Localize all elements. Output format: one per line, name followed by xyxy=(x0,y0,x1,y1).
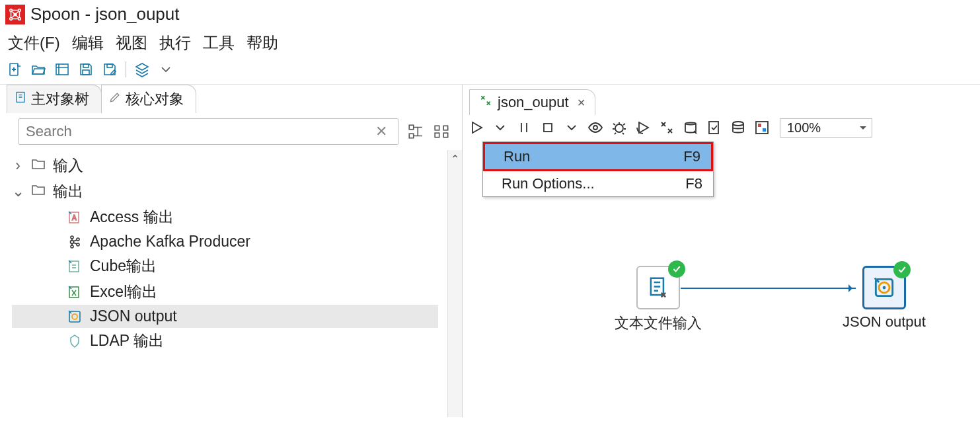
impact-icon[interactable] xyxy=(657,118,677,138)
svg-rect-8 xyxy=(83,70,89,75)
preview-icon[interactable] xyxy=(585,118,605,138)
svg-rect-13 xyxy=(435,126,439,130)
new-file-icon[interactable] xyxy=(5,60,24,79)
tree-label: LDAP 输出 xyxy=(90,331,164,351)
tree-item-access[interactable]: A Access 输出 xyxy=(12,204,455,230)
database-icon[interactable] xyxy=(728,118,748,138)
access-icon: A xyxy=(66,209,83,226)
tree-label: Access 输出 xyxy=(90,207,174,227)
document-icon xyxy=(14,91,27,108)
dropdown-run-options[interactable]: Run Options... F8 xyxy=(483,171,713,196)
zoom-value: 100% xyxy=(787,120,821,136)
explore-icon[interactable] xyxy=(53,60,71,79)
pause-icon[interactable] xyxy=(514,118,534,138)
kafka-icon xyxy=(66,233,83,251)
menu-help[interactable]: 帮助 xyxy=(246,32,278,54)
tree-item-excel[interactable]: Excel输出 xyxy=(12,279,455,305)
search-input[interactable] xyxy=(26,123,371,140)
dd-label: Run xyxy=(504,148,530,165)
save-as-icon[interactable] xyxy=(100,60,119,79)
tree-node-input[interactable]: › 输入 xyxy=(12,153,455,179)
svg-rect-15 xyxy=(443,126,448,130)
stop-dropdown-icon[interactable] xyxy=(562,118,582,138)
replay-icon[interactable] xyxy=(633,118,653,138)
svg-rect-12 xyxy=(409,134,414,138)
tree-item-json[interactable]: JSON output xyxy=(12,305,438,328)
dropdown-run[interactable]: Run F9 xyxy=(483,142,713,171)
chevron-right-icon[interactable]: › xyxy=(12,157,24,175)
run-icon[interactable] xyxy=(467,118,486,138)
menu-file[interactable]: 文件(F) xyxy=(8,32,60,54)
hop-arrow[interactable] xyxy=(681,288,856,289)
tree-node-output[interactable]: ⌄ 输出 xyxy=(12,179,455,204)
step-box[interactable] xyxy=(862,266,906,309)
tab-main-tree[interactable]: 主对象树 xyxy=(7,85,102,113)
toolbar-divider xyxy=(126,61,126,77)
tree-item-kafka[interactable]: Apache Kafka Producer xyxy=(12,230,455,253)
menu-edit[interactable]: 编辑 xyxy=(72,32,104,54)
step-label: JSON output xyxy=(843,313,926,331)
svg-rect-7 xyxy=(83,64,89,67)
tree-item-ldap[interactable]: LDAP 输出 xyxy=(12,328,455,354)
analyze-icon[interactable] xyxy=(752,118,772,138)
dropdown-arrow-icon[interactable] xyxy=(157,60,175,79)
app-icon xyxy=(5,5,25,24)
svg-rect-34 xyxy=(758,124,761,127)
debug-icon[interactable] xyxy=(609,118,629,138)
menu-tools[interactable]: 工具 xyxy=(203,32,235,54)
menu-view[interactable]: 视图 xyxy=(116,32,147,54)
right-panel: json_ouput ✕ 100% Run F9 xyxy=(463,85,980,417)
svg-point-3 xyxy=(19,17,21,20)
svg-rect-6 xyxy=(56,64,68,75)
menu-run[interactable]: 执行 xyxy=(159,32,191,54)
svg-rect-16 xyxy=(443,133,448,138)
svg-point-23 xyxy=(77,243,79,246)
folder-icon xyxy=(30,156,46,176)
search-row: ✕ xyxy=(0,113,462,150)
svg-point-30 xyxy=(615,124,623,132)
svg-rect-35 xyxy=(763,128,766,132)
search-box[interactable]: ✕ xyxy=(19,118,398,145)
tab-core-objects[interactable]: 核心对象 xyxy=(101,85,196,113)
sql-icon[interactable] xyxy=(681,118,700,138)
main-area: 主对象树 核心对象 ✕ › 输入 ⌄ 输出 xyxy=(0,84,980,417)
tree-label: Apache Kafka Producer xyxy=(90,233,250,251)
svg-point-22 xyxy=(77,238,79,241)
open-file-icon[interactable] xyxy=(29,60,48,79)
canvas-step-json-output[interactable]: JSON output xyxy=(843,266,926,331)
svg-text:A: A xyxy=(72,214,77,221)
clear-search-icon[interactable]: ✕ xyxy=(371,123,391,140)
tree-label: 输入 xyxy=(53,155,83,176)
excel-icon xyxy=(66,284,83,301)
tree-item-cube[interactable]: Cube输出 xyxy=(12,253,455,279)
svg-rect-31 xyxy=(709,122,718,134)
dd-shortcut: F8 xyxy=(685,175,702,192)
object-tree: › 输入 ⌄ 输出 A Access 输出 Apache Kafka Produ… xyxy=(0,150,462,417)
save-icon[interactable] xyxy=(77,60,95,79)
canvas-tab[interactable]: json_ouput ✕ xyxy=(469,89,595,115)
stop-icon[interactable] xyxy=(538,118,558,138)
cube-icon xyxy=(66,258,83,275)
close-tab-icon[interactable]: ✕ xyxy=(577,97,585,109)
collapse-tree-icon[interactable] xyxy=(433,122,451,141)
svg-rect-9 xyxy=(107,64,112,67)
json-icon xyxy=(66,308,83,325)
svg-point-39 xyxy=(883,286,886,290)
expand-tree-icon[interactable] xyxy=(406,122,425,141)
run-dropdown-menu: Run F9 Run Options... F8 xyxy=(482,141,714,197)
title-bar: Spoon - json_ouput xyxy=(0,0,980,28)
tree-scrollbar[interactable] xyxy=(447,150,462,417)
ldap-icon xyxy=(66,333,83,350)
canvas-step-text-input[interactable]: 文本文件输入 xyxy=(615,266,702,333)
success-badge-icon xyxy=(668,260,685,278)
svg-point-32 xyxy=(733,122,743,126)
chevron-down-icon[interactable]: ⌄ xyxy=(12,182,24,200)
step-box[interactable] xyxy=(636,266,680,309)
canvas-toolbar: 100% Run F9 Run Options... F8 xyxy=(463,115,980,140)
svg-point-0 xyxy=(10,9,13,11)
layers-icon[interactable] xyxy=(133,60,151,79)
svg-point-19 xyxy=(71,236,73,239)
zoom-selector[interactable]: 100% xyxy=(780,118,872,138)
run-dropdown-icon[interactable] xyxy=(490,118,510,138)
verify-icon[interactable] xyxy=(704,118,724,138)
